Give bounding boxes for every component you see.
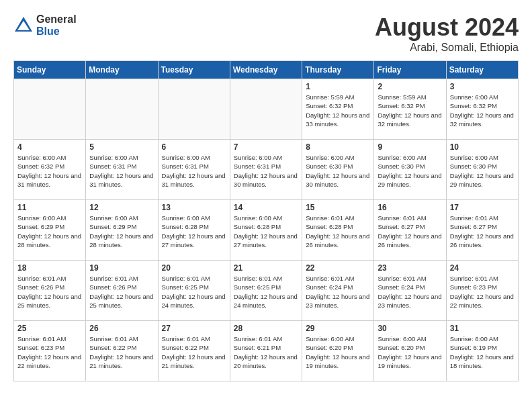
calendar-cell: 25Sunrise: 6:01 AM Sunset: 6:23 PM Dayli… [14,321,86,381]
weekday-header-friday: Friday [374,61,446,79]
day-info: Sunrise: 6:00 AM Sunset: 6:28 PM Dayligh… [162,214,226,249]
day-number: 14 [234,203,298,212]
day-info: Sunrise: 6:01 AM Sunset: 6:22 PM Dayligh… [89,334,154,370]
calendar-cell: 3Sunrise: 6:00 AM Sunset: 6:32 PM Daylig… [446,79,518,140]
calendar-cell: 24Sunrise: 6:01 AM Sunset: 6:23 PM Dayli… [446,261,518,321]
calendar-cell: 22Sunrise: 6:01 AM Sunset: 6:24 PM Dayli… [302,261,374,321]
day-info: Sunrise: 6:00 AM Sunset: 6:31 PM Dayligh… [89,153,154,189]
calendar-cell: 29Sunrise: 6:00 AM Sunset: 6:20 PM Dayli… [302,321,374,381]
calendar-cell: 28Sunrise: 6:01 AM Sunset: 6:21 PM Dayli… [230,321,302,381]
day-info: Sunrise: 6:00 AM Sunset: 6:30 PM Dayligh… [378,153,442,189]
day-info: Sunrise: 6:01 AM Sunset: 6:24 PM Dayligh… [378,274,442,310]
day-number: 19 [89,263,154,273]
day-number: 4 [17,142,82,152]
day-number: 2 [378,82,442,91]
calendar-cell: 4Sunrise: 6:00 AM Sunset: 6:32 PM Daylig… [14,140,86,200]
day-number: 22 [306,263,370,273]
day-info: Sunrise: 6:00 AM Sunset: 6:20 PM Dayligh… [378,334,442,370]
calendar-cell: 6Sunrise: 6:00 AM Sunset: 6:31 PM Daylig… [158,140,230,200]
day-info: Sunrise: 6:00 AM Sunset: 6:30 PM Dayligh… [450,153,515,189]
calendar-cell: 7Sunrise: 6:00 AM Sunset: 6:31 PM Daylig… [230,140,302,200]
day-info: Sunrise: 6:01 AM Sunset: 6:28 PM Dayligh… [306,214,370,249]
day-number: 30 [378,324,442,333]
day-number: 7 [234,142,298,152]
week-row-1: 1Sunrise: 5:59 AM Sunset: 6:32 PM Daylig… [14,79,519,140]
day-number: 21 [234,263,298,273]
day-info: Sunrise: 6:01 AM Sunset: 6:23 PM Dayligh… [17,334,82,370]
day-info: Sunrise: 6:00 AM Sunset: 6:31 PM Dayligh… [162,153,226,189]
logo-blue: Blue [36,26,77,38]
calendar-cell: 11Sunrise: 6:00 AM Sunset: 6:29 PM Dayli… [14,200,86,261]
day-number: 31 [450,324,515,333]
calendar-cell: 18Sunrise: 6:01 AM Sunset: 6:26 PM Dayli… [14,261,86,321]
day-info: Sunrise: 6:01 AM Sunset: 6:26 PM Dayligh… [89,274,154,310]
page-header: General Blue August 2024 Arabi, Somali, … [13,13,519,54]
calendar-cell: 9Sunrise: 6:00 AM Sunset: 6:30 PM Daylig… [374,140,446,200]
day-number: 6 [162,142,226,152]
calendar-cell [230,79,302,140]
logo-icon [13,15,34,36]
day-number: 18 [17,263,82,273]
day-number: 29 [306,324,370,333]
day-info: Sunrise: 6:00 AM Sunset: 6:30 PM Dayligh… [306,153,370,189]
day-info: Sunrise: 6:00 AM Sunset: 6:29 PM Dayligh… [17,214,82,249]
weekday-header-monday: Monday [86,61,158,79]
weekday-header-sunday: Sunday [14,61,86,79]
day-number: 27 [162,324,226,333]
day-info: Sunrise: 6:00 AM Sunset: 6:20 PM Dayligh… [306,334,370,370]
day-info: Sunrise: 6:01 AM Sunset: 6:21 PM Dayligh… [234,334,298,370]
weekday-header-saturday: Saturday [446,61,518,79]
calendar-cell: 15Sunrise: 6:01 AM Sunset: 6:28 PM Dayli… [302,200,374,261]
calendar-table: SundayMondayTuesdayWednesdayThursdayFrid… [13,60,519,381]
day-info: Sunrise: 6:00 AM Sunset: 6:28 PM Dayligh… [234,214,298,249]
calendar-cell: 2Sunrise: 5:59 AM Sunset: 6:32 PM Daylig… [374,79,446,140]
calendar-cell: 19Sunrise: 6:01 AM Sunset: 6:26 PM Dayli… [86,261,158,321]
month-title: August 2024 [375,13,519,42]
day-info: Sunrise: 6:00 AM Sunset: 6:29 PM Dayligh… [89,214,154,249]
week-row-3: 11Sunrise: 6:00 AM Sunset: 6:29 PM Dayli… [14,200,519,261]
weekday-header-wednesday: Wednesday [230,61,302,79]
day-number: 24 [450,263,515,273]
calendar-cell: 5Sunrise: 6:00 AM Sunset: 6:31 PM Daylig… [86,140,158,200]
day-number: 17 [450,203,515,212]
calendar-cell [14,79,86,140]
day-number: 16 [378,203,442,212]
calendar-cell [86,79,158,140]
logo: General Blue [13,13,77,37]
day-number: 26 [89,324,154,333]
day-number: 23 [378,263,442,273]
calendar-cell: 8Sunrise: 6:00 AM Sunset: 6:30 PM Daylig… [302,140,374,200]
logo-text: General Blue [36,13,77,37]
location-subtitle: Arabi, Somali, Ethiopia [375,42,519,54]
calendar-cell: 16Sunrise: 6:01 AM Sunset: 6:27 PM Dayli… [374,200,446,261]
day-number: 25 [17,324,82,333]
day-number: 20 [162,263,226,273]
calendar-cell: 31Sunrise: 6:00 AM Sunset: 6:19 PM Dayli… [446,321,518,381]
day-info: Sunrise: 6:01 AM Sunset: 6:24 PM Dayligh… [306,274,370,310]
day-info: Sunrise: 6:01 AM Sunset: 6:27 PM Dayligh… [450,214,515,249]
calendar-cell [158,79,230,140]
day-number: 28 [234,324,298,333]
calendar-cell: 21Sunrise: 6:01 AM Sunset: 6:25 PM Dayli… [230,261,302,321]
day-number: 13 [162,203,226,212]
week-row-4: 18Sunrise: 6:01 AM Sunset: 6:26 PM Dayli… [14,261,519,321]
day-info: Sunrise: 5:59 AM Sunset: 6:32 PM Dayligh… [306,93,370,128]
weekday-header-thursday: Thursday [302,61,374,79]
calendar-cell: 30Sunrise: 6:00 AM Sunset: 6:20 PM Dayli… [374,321,446,381]
day-info: Sunrise: 6:00 AM Sunset: 6:31 PM Dayligh… [234,153,298,189]
logo-general: General [36,13,77,26]
day-number: 5 [89,142,154,152]
day-info: Sunrise: 6:01 AM Sunset: 6:26 PM Dayligh… [17,274,82,310]
day-info: Sunrise: 6:01 AM Sunset: 6:25 PM Dayligh… [162,274,226,310]
calendar-cell: 12Sunrise: 6:00 AM Sunset: 6:29 PM Dayli… [86,200,158,261]
calendar-cell: 20Sunrise: 6:01 AM Sunset: 6:25 PM Dayli… [158,261,230,321]
calendar-cell: 17Sunrise: 6:01 AM Sunset: 6:27 PM Dayli… [446,200,518,261]
day-number: 3 [450,82,515,91]
day-number: 12 [89,203,154,212]
day-info: Sunrise: 6:01 AM Sunset: 6:25 PM Dayligh… [234,274,298,310]
day-info: Sunrise: 6:01 AM Sunset: 6:23 PM Dayligh… [450,274,515,310]
day-info: Sunrise: 5:59 AM Sunset: 6:32 PM Dayligh… [378,93,442,128]
day-number: 9 [378,142,442,152]
day-info: Sunrise: 6:00 AM Sunset: 6:32 PM Dayligh… [450,93,515,128]
day-number: 11 [17,203,82,212]
